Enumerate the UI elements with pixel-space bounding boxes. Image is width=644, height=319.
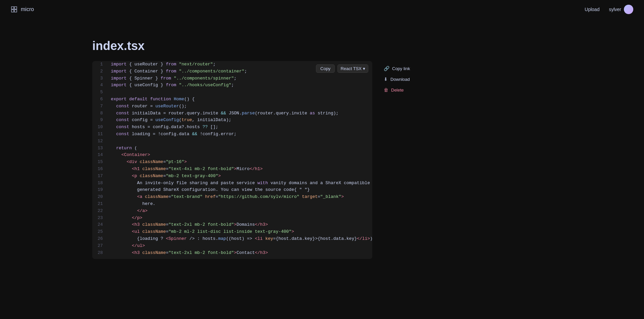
table-row: 13 return ( <box>92 145 372 152</box>
line-number: 18 <box>92 180 108 187</box>
editor-wrapper: Copy React TSX ▾ 1import { useRouter } f… <box>92 61 552 259</box>
svg-rect-3 <box>14 10 17 12</box>
user-info[interactable]: sylver <box>609 5 633 14</box>
line-code: <a className="text-brand" href="https://… <box>108 194 372 201</box>
code-table: 1import { useRouter } from "next/router"… <box>92 61 372 256</box>
code-scroll-area[interactable]: 1import { useRouter } from "next/router"… <box>92 61 372 256</box>
line-code: </ul> <box>108 243 372 250</box>
table-row: 14 <Container> <box>92 152 372 159</box>
line-code: <h3 className="text-2xl mb-2 font-bold">… <box>108 250 372 256</box>
table-row: 21 here. <box>92 201 372 208</box>
table-row: 20 <a className="text-brand" href="https… <box>92 194 372 201</box>
line-number: 10 <box>92 124 108 131</box>
line-code: generated ShareX configuration. You can … <box>108 187 372 194</box>
svg-rect-1 <box>14 7 17 9</box>
line-number: 16 <box>92 166 108 173</box>
lang-label: React TSX <box>340 66 362 71</box>
line-number: 11 <box>92 131 108 138</box>
link-icon: 🔗 <box>384 66 389 71</box>
table-row: 12 <box>92 138 372 145</box>
table-row: 16 <h1 className="text-4xl mb-2 font-bol… <box>92 166 372 173</box>
table-row: 27 </ul> <box>92 243 372 250</box>
line-code: <ul className="mb-2 ml-2 list-disc list-… <box>108 228 372 235</box>
line-number: 22 <box>92 208 108 215</box>
copy-button[interactable]: Copy <box>316 64 335 73</box>
line-code: const initialData = router.query.invite … <box>108 110 372 117</box>
table-row: 18 An invite-only file sharing and paste… <box>92 180 372 187</box>
table-row: 23 </p> <box>92 215 372 222</box>
logo-icon <box>11 6 17 13</box>
table-row: 11 const loading = !config.data && !conf… <box>92 131 372 138</box>
copy-link-label: Copy link <box>392 66 410 71</box>
table-row: 6export default function Home() { <box>92 96 372 103</box>
line-code: const loading = !config.data && !config.… <box>108 131 372 138</box>
line-number: 27 <box>92 243 108 250</box>
line-number: 19 <box>92 187 108 194</box>
username: sylver <box>609 7 621 12</box>
line-number: 2 <box>92 68 108 75</box>
table-row: 5 <box>92 89 372 96</box>
app-name: micro <box>21 6 34 12</box>
line-code: import { Spinner } from "../components/s… <box>108 75 372 82</box>
table-row: 7 const router = useRouter(); <box>92 103 372 110</box>
trash-icon: 🗑 <box>384 87 388 93</box>
table-row: 28 <h3 className="text-2xl mb-2 font-bol… <box>92 250 372 256</box>
table-row: 26 {loading ? <Spinner /> : hosts.map((h… <box>92 235 372 243</box>
topnav-left: micro <box>11 6 34 13</box>
table-row: 10 const hosts = config.data?.hosts ?? [… <box>92 124 372 131</box>
upload-button[interactable]: Upload <box>581 5 603 14</box>
line-number: 14 <box>92 152 108 159</box>
line-number: 26 <box>92 235 108 243</box>
topnav-right: Upload sylver <box>581 5 633 14</box>
line-number: 21 <box>92 201 108 208</box>
line-number: 5 <box>92 89 108 96</box>
line-code: <p className="mb-2 text-gray-400"> <box>108 173 372 180</box>
line-code: here. <box>108 201 372 208</box>
download-icon: ⬇ <box>384 76 388 82</box>
table-row: 4import { useConfig } from "../hooks/use… <box>92 82 372 89</box>
lang-selector[interactable]: React TSX ▾ <box>337 64 368 73</box>
line-code: <h3 className="text-2xl mb-2 font-bold">… <box>108 221 372 228</box>
horizontal-scrollbar[interactable] <box>92 256 372 259</box>
svg-rect-2 <box>11 10 14 12</box>
page-title: index.tsx <box>92 39 552 53</box>
line-code: An invite-only file sharing and paste se… <box>108 180 372 187</box>
download-button[interactable]: ⬇ Download <box>380 74 427 84</box>
line-code: {loading ? <Spinner /> : hosts.map((host… <box>108 235 372 243</box>
table-row: 17 <p className="mb-2 text-gray-400"> <box>92 173 372 180</box>
download-label: Download <box>390 77 410 82</box>
table-row: 25 <ul className="mb-2 ml-2 list-disc li… <box>92 228 372 235</box>
topnav: micro Upload sylver <box>0 0 644 19</box>
line-number: 28 <box>92 250 108 256</box>
line-code <box>108 89 372 96</box>
avatar <box>624 5 633 14</box>
delete-label: Delete <box>391 88 404 93</box>
svg-rect-0 <box>11 7 14 9</box>
line-code: export default function Home() { <box>108 96 372 103</box>
chevron-down-icon: ▾ <box>363 66 365 71</box>
line-code: const router = useRouter(); <box>108 103 372 110</box>
sidebar-actions: 🔗 Copy link ⬇ Download 🗑 Delete <box>380 61 427 95</box>
line-code: <div className="pt-16"> <box>108 159 372 166</box>
line-number: 25 <box>92 228 108 235</box>
line-code: const hosts = config.data?.hosts ?? []; <box>108 124 372 131</box>
table-row: 3import { Spinner } from "../components/… <box>92 75 372 82</box>
line-number: 9 <box>92 117 108 124</box>
line-number: 1 <box>92 61 108 68</box>
line-code: const config = useConfig(true, initialDa… <box>108 117 372 124</box>
line-code <box>108 138 372 145</box>
delete-button[interactable]: 🗑 Delete <box>380 85 427 95</box>
code-container: Copy React TSX ▾ 1import { useRouter } f… <box>92 61 372 259</box>
line-number: 13 <box>92 145 108 152</box>
copy-link-button[interactable]: 🔗 Copy link <box>380 64 427 73</box>
line-code: import { useConfig } from "../hooks/useC… <box>108 82 372 89</box>
line-number: 24 <box>92 221 108 228</box>
main-content: index.tsx Copy React TSX ▾ 1import { use… <box>0 19 644 272</box>
table-row: 22 </a> <box>92 208 372 215</box>
line-number: 12 <box>92 138 108 145</box>
line-number: 17 <box>92 173 108 180</box>
line-number: 15 <box>92 159 108 166</box>
line-code: </p> <box>108 215 372 222</box>
table-row: 8 const initialData = router.query.invit… <box>92 110 372 117</box>
line-code: <Container> <box>108 152 372 159</box>
